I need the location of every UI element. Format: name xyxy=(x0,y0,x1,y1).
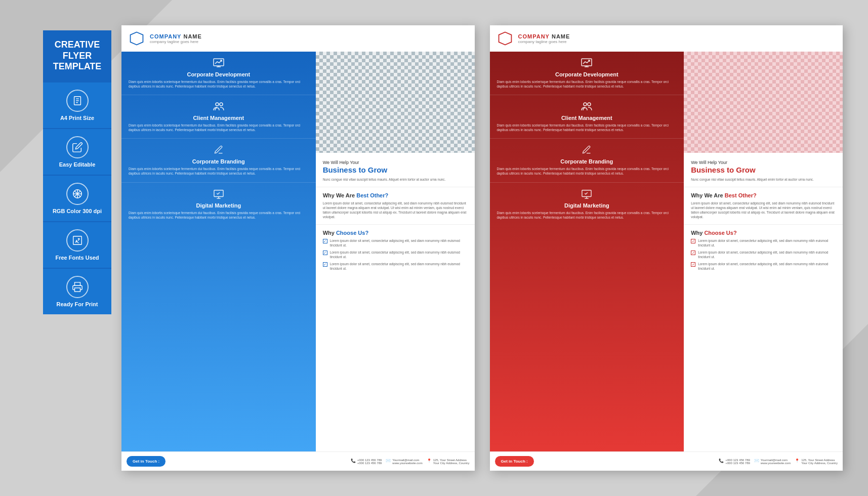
company-name-blue: COMPANY NAME xyxy=(150,33,202,39)
hero-sub-red: We Will Help Your xyxy=(691,160,836,165)
client-title-blue: Client Management xyxy=(129,115,309,121)
client-icon-red xyxy=(497,101,677,113)
footer-phone-blue: 📞 +000 123 456 789 +000 123 456 789 xyxy=(351,459,382,465)
flyer-blue-section-client: Client Management Diam quis enim loborti… xyxy=(121,95,316,139)
branding-title-red: Corporate Branding xyxy=(497,158,677,164)
hero-sub-blue: We Will Help Your xyxy=(323,160,468,165)
flyer-red-header: COMPANY NAME company tagline goes here xyxy=(490,25,843,52)
development-title-blue: Corporate Development xyxy=(129,71,309,77)
flyer-blue-image-placeholder xyxy=(316,52,475,153)
flyer-card-blue: COMPANY NAME company tagline goes here xyxy=(121,25,475,471)
phone1-blue: +000 123 456 789 xyxy=(357,459,382,462)
digital-title-blue: Digital Marketing xyxy=(129,202,309,209)
development-body-blue: Diam quis enim lobortis scelerisque ferm… xyxy=(129,79,309,89)
flyer-blue-right-panel: We Will Help Your Business to Grow Nunc … xyxy=(316,52,475,451)
digital-body-red: Diam quis enim lobortis scelerisque ferm… xyxy=(497,211,677,220)
why-title-text-red: Why We Are xyxy=(691,192,723,198)
sidebar-item-a4-print: A4 Print Size xyxy=(43,81,111,128)
company-logo-blue xyxy=(129,30,145,47)
phone1-red: +000 123 456 789 xyxy=(725,459,750,462)
company-name-red: COMPANY NAME xyxy=(518,33,570,39)
flyer-red-section-branding: Corporate Branding Diam quis enim lobort… xyxy=(490,139,684,182)
choose-text-blue-1: Lorem ipsum dolor sit amet, consectetur … xyxy=(330,238,468,247)
flyer-red-left-panel: Corporate Development Diam quis enim lob… xyxy=(490,52,684,451)
company-name-word2-red: NAME xyxy=(552,33,570,39)
digital-title-red: Digital Marketing xyxy=(497,202,677,209)
svg-rect-10 xyxy=(74,288,80,292)
check-icon-blue-3: ✓ xyxy=(323,262,327,267)
hero-desc-red: Nunc congue nisi vitae suscipit tellus m… xyxy=(691,177,836,182)
free-fonts-icon xyxy=(66,229,89,252)
flyer-blue-section-branding: Corporate Branding Diam quis enim lobort… xyxy=(121,139,316,182)
check-icon-red-3: ✓ xyxy=(691,262,695,267)
footer-address-blue: 📍 125, Your Street Address Your City Add… xyxy=(427,459,470,465)
flyer-red-image-placeholder xyxy=(684,52,843,153)
sidebar-title: CREATIVE FLYER TEMPLATE xyxy=(43,30,111,81)
digital-icon-red xyxy=(497,189,677,201)
email-red: Yourmail@mail.com xyxy=(761,459,791,462)
company-name-word1: COMPANY xyxy=(150,33,181,39)
company-name-word1-red: COMPANY xyxy=(518,33,550,39)
why-accent-red: Best Other? xyxy=(725,192,757,198)
choose-accent-red: Choose Us? xyxy=(704,230,736,236)
check-icon-red-2: ✓ xyxy=(691,251,695,255)
svg-point-16 xyxy=(220,103,223,106)
address1-red: 125, Your Street Address xyxy=(801,459,838,462)
branding-icon-red xyxy=(497,145,677,157)
sidebar-item-ready-print: Ready For Print xyxy=(43,268,111,314)
branding-body-red: Diam quis enim lobortis scelerisque ferm… xyxy=(497,167,677,176)
client-icon-blue xyxy=(129,101,309,113)
flyer-red-section-digital: Digital Marketing Diam quis enim loborti… xyxy=(490,183,684,226)
choose-text-blue-2: Lorem ipsum dolor sit amet, consectetur … xyxy=(330,250,468,259)
development-icon-red xyxy=(497,58,677,70)
branding-title-blue: Corporate Branding xyxy=(129,158,309,164)
cta-button-blue[interactable]: Get in Touch : xyxy=(127,456,166,467)
svg-point-15 xyxy=(216,103,219,106)
digital-body-blue: Diam quis enim lobortis scelerisque ferm… xyxy=(129,211,309,220)
company-tagline-blue: company tagline goes here xyxy=(150,39,202,44)
check-icon-blue-2: ✓ xyxy=(323,251,327,255)
flyer-blue-why: Why We Are Best Other? Lorem ipsum dolor… xyxy=(316,187,475,224)
phone2-blue: +000 123 456 789 xyxy=(357,462,382,465)
sidebar-print-label: Ready For Print xyxy=(57,301,98,307)
sidebar-item-easy-editable: Easy Editable xyxy=(43,128,111,175)
why-title-text-blue: Why We Are xyxy=(323,192,355,198)
address-icon-red: 📍 xyxy=(795,459,800,463)
flyer-blue-hero: We Will Help Your Business to Grow Nunc … xyxy=(316,153,475,187)
choose-text-blue-3: Lorem ipsum dolor sit amet, consectetur … xyxy=(330,262,468,271)
why-body-red: Lorem ipsum dolor sit amet, consectetur … xyxy=(691,201,836,219)
sidebar-rgb-label: RGB Color 300 dpi xyxy=(53,208,102,214)
branding-icon-blue xyxy=(129,145,309,157)
choose-text-red-3: Lorem ipsum dolor sit amet, consectetur … xyxy=(698,262,836,271)
check-icon-red-1: ✓ xyxy=(691,239,695,243)
svg-marker-11 xyxy=(131,32,143,45)
svg-rect-9 xyxy=(73,236,81,245)
choose-item-red-1: ✓ Lorem ipsum dolor sit amet, consectetu… xyxy=(691,238,836,247)
flyer-blue-footer: Get in Touch : 📞 +000 123 456 789 +000 1… xyxy=(121,451,475,471)
email-blue: Yourmail@mail.com xyxy=(392,459,422,462)
sidebar-fonts-label: Free Fonts Used xyxy=(55,255,99,261)
branding-body-blue: Diam quis enim lobortis scelerisque ferm… xyxy=(129,167,309,176)
footer-email-blue: ✉️ Yourmail@mail.com www.yourwebsite.com xyxy=(386,459,422,465)
company-info-red: COMPANY NAME company tagline goes here xyxy=(518,33,570,44)
choose-title-text-red: Why xyxy=(691,230,702,236)
flyer-red-right-panel: We Will Help Your Business to Grow Nunc … xyxy=(684,52,843,451)
development-icon-blue xyxy=(129,58,309,70)
address2-blue: Your City Address, Country xyxy=(433,462,470,465)
sidebar-editable-label: Easy Editable xyxy=(59,161,96,168)
phone-icon-blue: 📞 xyxy=(351,459,356,463)
website-blue: www.yourwebsite.com xyxy=(392,462,422,465)
sidebar: CREATIVE FLYER TEMPLATE A4 Print Size Ea… xyxy=(43,30,111,314)
check-icon-blue-1: ✓ xyxy=(323,239,327,243)
client-body-red: Diam quis enim lobortis scelerisque ferm… xyxy=(497,123,677,132)
cta-button-red[interactable]: Get in Touch : xyxy=(495,456,534,467)
sidebar-item-free-fonts: Free Fonts Used xyxy=(43,221,111,268)
flyer-red-footer: Get in Touch : 📞 +000 123 456 789 +000 1… xyxy=(490,451,843,471)
flyer-red-hero: We Will Help Your Business to Grow Nunc … xyxy=(684,153,843,187)
development-body-red: Diam quis enim lobortis scelerisque ferm… xyxy=(497,79,677,89)
address2-red: Your City Address, Country xyxy=(801,462,838,465)
flyer-red-choose: Why Choose Us? ✓ Lorem ipsum dolor sit a… xyxy=(684,224,843,451)
a4-print-icon xyxy=(66,90,89,112)
footer-address-red: 📍 125, Your Street Address Your City Add… xyxy=(795,459,838,465)
choose-text-red-1: Lorem ipsum dolor sit amet, consectetur … xyxy=(698,238,836,247)
